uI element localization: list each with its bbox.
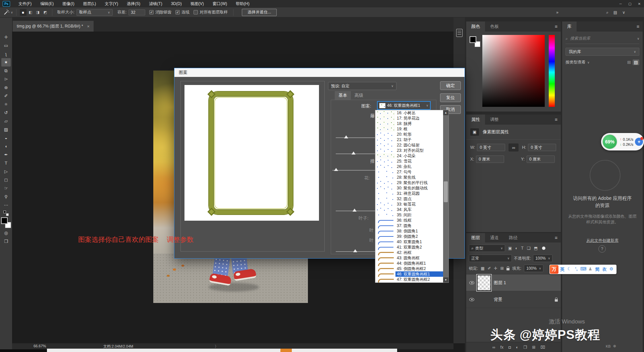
link-layers-icon[interactable]: ∞ — [492, 345, 495, 350]
contiguous-checkbox[interactable]: ✓ — [175, 10, 180, 14]
zoom-level-field[interactable]: 66.67% — [34, 344, 46, 348]
subtract-selection-icon[interactable]: ◨ — [35, 9, 41, 16]
view-by-row[interactable]: 按类型查看 ∨ ⊞ ▤ — [566, 59, 639, 65]
zoom-tool[interactable]: ⚲ — [1, 192, 11, 201]
filter-shape-icon[interactable]: ❏ — [527, 246, 531, 251]
color-swatch-pair[interactable] — [470, 36, 480, 47]
menubar-item[interactable]: 帮助(H) — [231, 0, 254, 7]
dialog-titlebar[interactable]: 图案 — [174, 68, 465, 77]
menubar-item[interactable]: 图像(I) — [58, 0, 78, 7]
pattern-list-item[interactable]: 31: 禅意花园 — [375, 191, 443, 196]
tab-swatches[interactable]: 色板 — [485, 21, 504, 32]
marquee-tool[interactable]: ▭ — [1, 41, 11, 50]
add-selection-icon[interactable]: ◧ — [27, 9, 34, 16]
lock-artboard-icon[interactable]: ⊞ — [500, 266, 504, 271]
lock-position-icon[interactable]: ✛ — [494, 266, 497, 271]
overflow-icon[interactable]: » — [556, 10, 558, 15]
create-library-link[interactable]: 从此文件创建新库 — [562, 238, 643, 244]
pattern-list-item[interactable]: 16: 小树丛 — [375, 110, 443, 116]
ime-simplified-icon[interactable]: 简 — [594, 266, 601, 272]
flower-slider[interactable] — [336, 211, 375, 211]
slider-thumb[interactable] — [353, 249, 357, 252]
pattern-list-item[interactable]: 47: 双重圆角画框2 — [375, 277, 443, 282]
new-layer-icon[interactable]: ⊞ — [532, 345, 535, 350]
list-view-icon[interactable]: ▤ — [633, 59, 639, 65]
scrollbar[interactable]: ▲ ▼ — [443, 110, 448, 282]
pattern-list-item[interactable]: 32: 圆点 — [375, 196, 443, 202]
pattern-list-item[interactable]: 27: 勾号 — [375, 169, 443, 175]
slider-thumb[interactable] — [353, 209, 357, 212]
width-field[interactable]: 0 英寸 — [477, 144, 505, 151]
ime-logo-icon[interactable]: 万 — [550, 265, 558, 274]
tab-adjustments[interactable]: 调整 — [485, 115, 504, 125]
history-brush-tool[interactable]: ↺ — [1, 108, 11, 117]
visibility-eye-icon[interactable] — [469, 281, 474, 284]
pattern-list-item[interactable]: 37: 圆角 — [375, 223, 443, 228]
windows-taskbar[interactable] — [47, 349, 397, 352]
pen-tool[interactable]: ✒ — [1, 150, 11, 159]
intersect-selection-icon[interactable]: ◩ — [42, 9, 49, 16]
collapsed-panel-icon[interactable] — [456, 29, 463, 37]
pattern-list-item[interactable]: 25: 雪花 — [375, 159, 443, 164]
tab-libraries[interactable]: 库 — [562, 21, 577, 32]
grid-view-icon[interactable]: ⊞ — [627, 60, 631, 65]
minimize-button[interactable]: ─ — [616, 0, 625, 7]
workspace-icon[interactable]: ▤ — [613, 10, 617, 15]
pattern-list-item[interactable]: 42: 画框 — [375, 250, 443, 255]
ime-keyboard-icon[interactable]: ⌨ — [580, 266, 587, 272]
pattern-list-item[interactable]: 23: 对齐的花型 — [375, 148, 443, 153]
pattern-list-item[interactable]: 36: 线框 — [375, 218, 443, 223]
fill-select[interactable]: 100% ∨ — [524, 265, 543, 272]
hand-tool[interactable]: ☞ — [1, 184, 11, 192]
pattern-list-item[interactable]: 29: 聚焦的平行线 — [375, 180, 443, 185]
pattern-list-item[interactable]: 41: 双重圆角2 — [375, 245, 443, 250]
path-select-tool[interactable]: ▷ — [1, 167, 11, 176]
taskbar-app-icon[interactable] — [280, 349, 292, 352]
lock-image-icon[interactable]: ✐ — [488, 266, 491, 271]
pattern-list-item[interactable]: 35: 间距 — [375, 212, 443, 218]
y-field[interactable]: 0 厘米 — [527, 156, 555, 163]
leaf-slider[interactable] — [336, 251, 375, 252]
menubar-item[interactable]: 3D(D) — [167, 0, 186, 7]
menubar-item[interactable]: 图层(L) — [79, 0, 101, 7]
brush-tool[interactable]: ✐ — [1, 92, 11, 100]
filter-pixel-icon[interactable]: ▣ — [508, 246, 512, 251]
height-field[interactable]: 0 英寸 — [528, 144, 556, 151]
pattern-list-item[interactable]: 44: 倒圆角画框1 — [375, 261, 443, 266]
default-colors-icon[interactable] — [3, 211, 9, 216]
scroll-down-icon[interactable]: ▼ — [443, 277, 448, 282]
accelerate-plus-icon[interactable]: + — [635, 138, 643, 146]
pattern-list-item[interactable]: 38: 倒圆角1 — [375, 228, 443, 234]
pattern-list-item[interactable]: 43: 圆角画框 — [375, 255, 443, 261]
preset-select[interactable]: 预设: 自定 ∨ — [328, 82, 396, 90]
chevron-down-icon[interactable]: ∨ — [622, 10, 625, 15]
layer-thumbnail[interactable] — [477, 275, 491, 291]
pattern-list-item[interactable]: 26: 杂乱 — [375, 164, 443, 169]
tab-color[interactable]: 颜色 — [466, 21, 485, 32]
layer-group-icon[interactable]: ❐ — [523, 345, 527, 350]
antialias-checkbox[interactable]: ✓ — [149, 10, 154, 14]
pattern-list-item[interactable]: 40: 双重圆角1 — [375, 239, 443, 245]
maximize-button[interactable]: ▢ — [625, 0, 635, 7]
tab-paths[interactable]: 路径 — [504, 233, 523, 243]
lock-transparency-icon[interactable]: ▦ — [481, 266, 484, 271]
scroll-up-icon[interactable]: ▲ — [443, 110, 448, 115]
lasso-tool[interactable]: ʅ — [1, 50, 11, 58]
delete-layer-icon[interactable]: ⌧ — [540, 345, 545, 350]
adjustment-layer-icon[interactable]: ◐ — [516, 345, 518, 350]
lock-all-icon[interactable] — [506, 268, 509, 270]
healing-brush-tool[interactable]: ⊛ — [1, 83, 11, 92]
layer-filter-select[interactable]: ⌕ 类型 ∨ — [469, 245, 505, 252]
pattern-list-item[interactable]: 18: 脉搏 — [375, 121, 443, 126]
panel-menu-icon[interactable]: ≡ — [555, 21, 561, 32]
reset-button[interactable]: 复位 — [440, 93, 461, 102]
filter-adjustment-icon[interactable]: ◐ — [515, 246, 518, 251]
tab-close-icon[interactable]: × — [87, 24, 90, 29]
select-and-mask-button[interactable]: 选择并遮住... — [242, 9, 277, 16]
ime-english-icon[interactable]: 英 — [559, 266, 566, 272]
my-library-select[interactable]: 我的库 ∨ — [566, 48, 639, 56]
panel-menu-icon[interactable]: ≡ — [555, 115, 561, 125]
x-field[interactable]: 0 厘米 — [476, 156, 504, 163]
edit-toolbar-icon[interactable]: ⋯ — [1, 201, 11, 209]
screen-mode-icon[interactable]: ❒ — [1, 237, 11, 246]
